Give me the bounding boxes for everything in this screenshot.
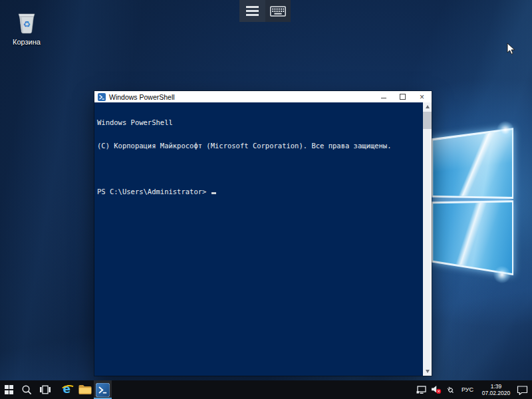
clock-date: 07.02.2020 (482, 390, 511, 396)
console-prompt-line: PS C:\Users\Administrator> (97, 188, 422, 196)
keyboard-icon (270, 6, 286, 17)
start-button[interactable] (0, 380, 18, 399)
taskbar: e (0, 380, 532, 399)
console-output[interactable]: Windows PowerShell (C) Корпорация Майкро… (94, 102, 423, 376)
recycle-bin-desktop-icon[interactable]: ♻ Корзина (3, 8, 51, 46)
logo-glint-bottom (492, 265, 512, 285)
windows-hero-logo (432, 127, 513, 280)
mouse-cursor (507, 43, 515, 58)
volume-muted-icon (431, 385, 442, 394)
vm-console-toolbar (239, 0, 291, 22)
scroll-up-button[interactable] (423, 102, 432, 111)
recycle-bin-label: Корзина (3, 38, 51, 46)
minimize-icon (381, 98, 386, 98)
powershell-title-icon (98, 93, 106, 101)
vm-menu-button[interactable] (239, 0, 265, 22)
console-line: Windows PowerShell (97, 119, 422, 127)
svg-text:♻: ♻ (23, 19, 31, 29)
task-view-button[interactable] (36, 380, 54, 399)
recycle-bin-icon: ♻ (15, 8, 39, 35)
console-prompt: PS C:\Users\Administrator> (97, 188, 211, 196)
system-tray: РУС 1:39 07.02.2020 (414, 380, 532, 399)
file-explorer-button[interactable] (76, 380, 94, 399)
close-button[interactable]: × (412, 91, 432, 102)
language-indicator[interactable]: РУС (458, 380, 477, 399)
action-center-icon (517, 385, 528, 395)
task-view-icon (39, 385, 51, 394)
powershell-icon (96, 383, 110, 397)
volume-tray-button[interactable] (429, 380, 444, 399)
scrollbar-thumb[interactable] (423, 112, 432, 129)
powershell-window: Windows PowerShell × Windows PowerShell … (94, 91, 432, 376)
console-blank-line (97, 165, 422, 173)
windows-logo-icon (5, 385, 14, 394)
console-area: Windows PowerShell (C) Корпорация Майкро… (94, 102, 432, 376)
window-title: Windows PowerShell (109, 93, 175, 101)
clock-time: 1:39 (482, 383, 511, 390)
console-scrollbar[interactable] (423, 102, 432, 376)
maximize-icon (400, 94, 406, 100)
maximize-button[interactable] (393, 91, 412, 102)
search-icon (21, 384, 33, 396)
close-icon: × (420, 93, 424, 101)
logo-glint-top (495, 120, 515, 140)
network-tray-button[interactable] (414, 380, 429, 399)
hamburger-menu-icon (246, 6, 259, 16)
window-titlebar[interactable]: Windows PowerShell × (94, 91, 432, 102)
window-controls: × (374, 91, 432, 102)
console-line: (C) Корпорация Майкрософт (Microsoft Cor… (97, 142, 422, 150)
vm-keyboard-button[interactable] (265, 0, 291, 22)
network-icon (416, 386, 427, 394)
internet-explorer-icon: e (61, 383, 74, 396)
action-center-button[interactable] (515, 380, 530, 399)
minimize-button[interactable] (374, 91, 393, 102)
internet-explorer-button[interactable]: e (58, 380, 76, 399)
clock[interactable]: 1:39 07.02.2020 (477, 380, 515, 399)
console-cursor (211, 192, 216, 194)
eject-hardware-icon (446, 385, 456, 395)
search-button[interactable] (18, 380, 36, 399)
file-explorer-icon (78, 384, 92, 395)
eject-hardware-tray-button[interactable] (444, 380, 458, 399)
scroll-up-icon (426, 105, 430, 108)
scroll-down-icon (426, 370, 430, 373)
powershell-taskbar-button[interactable] (94, 380, 112, 399)
scroll-down-button[interactable] (423, 367, 432, 376)
